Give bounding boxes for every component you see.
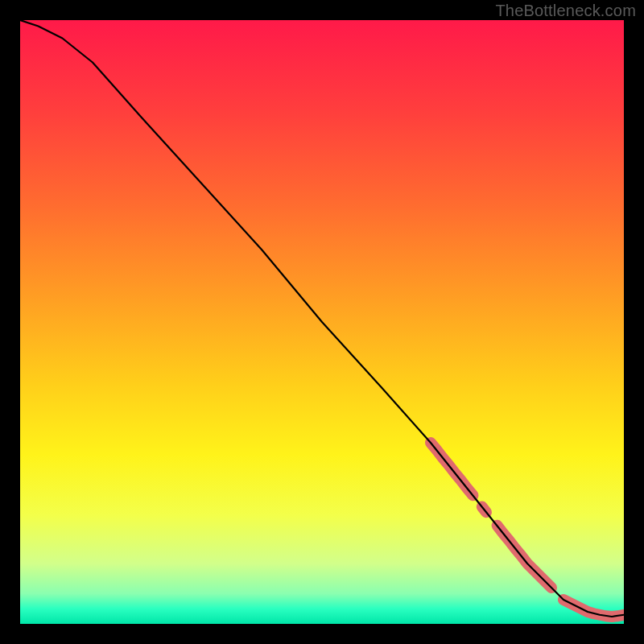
bottleneck-chart <box>20 20 624 624</box>
watermark-text: TheBottleneck.com <box>495 2 636 20</box>
plot-area <box>20 20 624 624</box>
chart-stage: TheBottleneck.com <box>0 0 644 644</box>
